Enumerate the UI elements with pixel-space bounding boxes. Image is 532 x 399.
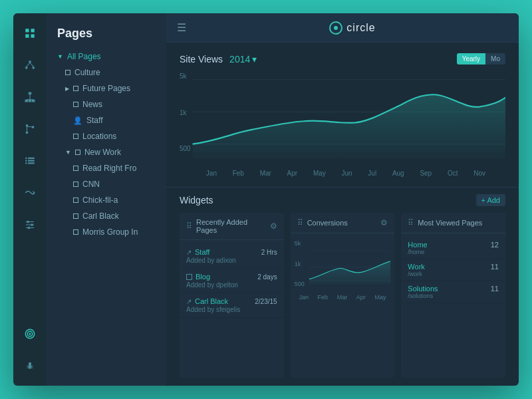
x-label-jun: Jun — [342, 170, 352, 177]
sidebar-label: News — [82, 100, 102, 109]
svg-point-4 — [29, 61, 31, 63]
drag-handle-icon[interactable]: ⠿ — [408, 218, 414, 227]
yearly-button[interactable]: Yearly — [457, 53, 485, 65]
svg-rect-23 — [28, 160, 35, 162]
sidebar-item-new-work[interactable]: ▼ New Work — [47, 144, 166, 160]
svg-point-27 — [27, 221, 29, 223]
svg-line-37 — [27, 366, 29, 366]
x-label-oct: Oct — [448, 170, 458, 177]
sidebar-label: Chick-fil-a — [82, 196, 118, 205]
sidebar-item-read-right[interactable]: Read Right Fro — [47, 160, 166, 176]
gear-icon[interactable]: ⚙ — [380, 218, 388, 227]
chart-controls: Yearly Mo — [457, 53, 505, 65]
widget-mostviewed-title: Most Viewed Pages — [418, 219, 499, 227]
svg-rect-22 — [25, 160, 27, 162]
branch-icon[interactable] — [21, 120, 39, 138]
widget-mostviewed-header: ⠿ Most Viewed Pages — [401, 213, 505, 233]
sidebar-label: New Work — [84, 148, 121, 157]
sidebar-item-all-pages[interactable]: ▼ All Pages — [47, 49, 166, 65]
sidebar-item-carl-black[interactable]: Carl Black — [47, 208, 166, 224]
add-widget-button[interactable]: + Add — [476, 194, 505, 206]
x-label-mar: Mar — [260, 170, 271, 177]
widget-conversions-title: Conversions — [307, 219, 377, 227]
arrow-icon: ▼ — [65, 149, 71, 156]
square-icon — [73, 102, 78, 107]
chart-header: Site Views 2014 ▾ Yearly Mo — [180, 53, 505, 65]
mv-count-solutions: 11 — [491, 285, 499, 293]
widget-recently-body: ↗ Staff 2 Hrs Added by adixon — [180, 240, 284, 322]
sidebar-label: All Pages — [67, 52, 101, 61]
sidebar-item-future-pages[interactable]: ▶ Future Pages — [47, 80, 166, 96]
list-icon[interactable] — [21, 152, 39, 170]
hierarchy-icon[interactable] — [21, 88, 39, 106]
chart-year-selector[interactable]: 2014 ▾ — [229, 54, 257, 65]
conv-x-jan: Jan — [299, 294, 309, 301]
bug-icon[interactable] — [21, 356, 39, 375]
svg-point-31 — [28, 227, 31, 229]
arrow-icon: ▼ — [57, 53, 63, 60]
sidebar-item-staff[interactable]: 👤 Staff — [47, 112, 166, 128]
sidebar-label: Culture — [74, 68, 100, 77]
most-viewed-widget: ⠿ Most Viewed Pages Home /home 12 — [401, 213, 505, 378]
svg-line-38 — [31, 366, 33, 366]
gear-icon[interactable]: ⚙ — [270, 221, 277, 231]
widget-recently-title: Recently Added Pages — [196, 218, 266, 234]
widgets-grid: ⠿ Recently Added Pages ⚙ ↗ Staff 2 Hrs — [180, 213, 505, 378]
drag-handle-icon[interactable]: ⠿ — [186, 221, 192, 231]
svg-rect-9 — [29, 92, 32, 95]
page-entry-time-staff: 2 Hrs — [261, 249, 277, 256]
svg-rect-0 — [25, 29, 29, 32]
brand-logo: circle — [329, 21, 375, 35]
mv-entry-work: Work /work 11 — [401, 259, 505, 281]
conv-y-1k: 1k — [295, 261, 309, 267]
sliders-icon[interactable] — [21, 215, 39, 234]
nodes-icon[interactable] — [21, 56, 39, 74]
sidebar-item-cnn[interactable]: CNN — [47, 176, 166, 192]
svg-line-8 — [30, 63, 33, 66]
x-label-sep: Sep — [420, 170, 432, 177]
hamburger-icon[interactable]: ☰ — [177, 21, 186, 34]
page-entry-sub-staff: Added by adixon — [186, 257, 277, 264]
mv-url-work: /work — [408, 271, 424, 277]
drag-handle-icon[interactable]: ⠿ — [297, 218, 303, 227]
sidebar-item-culture[interactable]: Culture — [47, 65, 166, 80]
page-entry-sub-blog: Added by dpelton — [186, 281, 277, 289]
sidebar-item-locations[interactable]: Locations — [47, 128, 166, 144]
conv-x-apr: Apr — [356, 294, 366, 301]
app-container: Pages ▼ All Pages Culture ▶ Future Pages… — [13, 13, 519, 386]
mv-entry-solutions: Solutions /solutions 11 — [401, 281, 505, 303]
monthly-button[interactable]: Mo — [485, 53, 505, 65]
chart-x-labels: Jan Feb Mar Apr May Jun Jul Aug Sep Oct … — [180, 168, 505, 177]
square-icon — [73, 229, 78, 235]
page-entry-sub-carlblack: Added by sfeigelis — [186, 306, 277, 313]
mv-name-home: Home — [408, 241, 427, 249]
svg-rect-20 — [25, 158, 27, 159]
mv-name-work: Work — [408, 263, 424, 271]
main-header: ☰ circle — [166, 13, 519, 43]
widgets-title: Widgets — [180, 195, 213, 205]
square-icon — [65, 70, 70, 75]
sidebar-label: Read Right Fro — [82, 164, 136, 173]
svg-rect-36 — [29, 365, 32, 369]
mv-count-work: 11 — [491, 263, 499, 271]
conversions-chart — [309, 240, 391, 290]
widgets-header: Widgets + Add — [180, 194, 505, 206]
sidebar-item-chickfila[interactable]: Chick-fil-a — [47, 192, 166, 208]
sidebar-label: Staff — [86, 116, 102, 125]
sidebar-item-news[interactable]: News — [47, 96, 166, 112]
svg-rect-2 — [25, 35, 29, 38]
x-label-apr: Apr — [287, 170, 298, 177]
site-views-chart — [180, 72, 505, 166]
recently-added-widget: ⠿ Recently Added Pages ⚙ ↗ Staff 2 Hrs — [180, 213, 284, 378]
x-label-may: May — [313, 170, 326, 177]
sidebar-item-morris-group[interactable]: Morris Group In — [47, 224, 166, 240]
target-icon[interactable] — [21, 325, 39, 343]
y-label-500: 500 — [180, 145, 191, 152]
flow-icon[interactable] — [21, 184, 39, 202]
page-entry-name-staff: ↗ Staff — [186, 248, 209, 256]
apps-icon[interactable] — [21, 24, 39, 43]
square-icon — [73, 182, 78, 187]
svg-line-7 — [27, 63, 30, 66]
conv-x-labels: Jan Feb Mar Apr May — [291, 293, 395, 301]
square-icon — [75, 150, 80, 155]
